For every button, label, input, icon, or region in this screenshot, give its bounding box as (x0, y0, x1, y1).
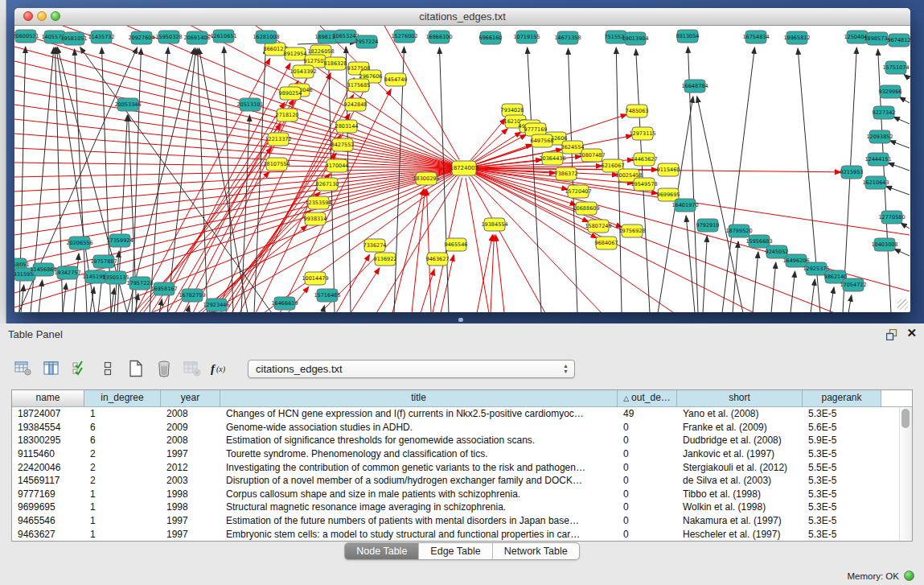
graph-node-label: 20513101 (236, 101, 263, 108)
column-header-title[interactable]: title (220, 390, 618, 406)
citation-edge-black[interactable] (224, 47, 233, 312)
scrollbar-thumb[interactable] (901, 409, 910, 428)
table-scrollbar[interactable] (899, 407, 912, 540)
citation-edge-black[interactable] (894, 249, 910, 256)
graph-node-label: 8813054 (676, 33, 700, 39)
citation-edge-black[interactable] (90, 287, 94, 312)
citation-edge-red[interactable] (477, 235, 492, 312)
citation-edge-red[interactable] (471, 129, 507, 162)
citation-edge-black[interactable] (132, 48, 142, 312)
graph-node-label: 9115460 (657, 167, 680, 173)
delete-table-button-disabled[interactable] (182, 358, 203, 379)
citation-edge-black[interactable] (889, 141, 910, 148)
delete-rows-button[interactable] (154, 358, 175, 379)
citation-edge-black[interactable] (63, 283, 66, 312)
citation-edge-red[interactable] (320, 175, 458, 312)
citation-edge-red[interactable] (14, 148, 454, 167)
table-cell: Disruption of a novel member of a sodium… (220, 475, 618, 486)
table-row[interactable]: 1830029562008Estimation of significance … (12, 434, 899, 447)
citation-edge-red[interactable] (469, 176, 545, 312)
show-columns-button[interactable] (41, 358, 62, 379)
table-row[interactable]: 969969511998Structural magnetic resonanc… (12, 501, 899, 514)
table-cell: 1997 (161, 448, 220, 459)
resize-grip-icon[interactable] (897, 299, 908, 310)
splitter-handle[interactable] (458, 318, 463, 322)
citation-edge-black[interactable] (899, 97, 910, 103)
table-settings-button[interactable] (13, 358, 34, 379)
tab-node-table[interactable]: Node Table (345, 543, 419, 559)
citation-edge-black[interactable] (254, 47, 265, 312)
citation-edge-red[interactable] (336, 254, 370, 312)
citation-edge-black[interactable] (686, 216, 695, 312)
citation-network-graph[interactable]: 1872400786601238912954182260589127507105… (14, 26, 910, 312)
function-builder-button[interactable]: f (x) (210, 358, 231, 379)
citation-edge-black[interactable] (703, 236, 707, 312)
graph-node-label: 12770580 (878, 214, 905, 220)
select-columns-button[interactable] (69, 358, 90, 379)
table-row[interactable]: 1938455462009Genome-wide association stu… (12, 421, 899, 435)
window-titlebar[interactable]: citations_edges.txt (14, 8, 910, 26)
column-header-pagerank[interactable]: pagerank (803, 390, 881, 406)
close-panel-icon[interactable]: ✕ (906, 327, 917, 340)
citation-edge-black[interactable] (127, 48, 195, 312)
table-row[interactable]: 1456911722003Disruption of a novel membe… (12, 474, 899, 488)
row-height-button[interactable] (97, 358, 118, 379)
table-row[interactable]: 911546021997Tourette syndrome. Phenomeno… (12, 447, 899, 461)
graph-node-label: 9463627 (426, 256, 450, 262)
citation-edge-red[interactable] (491, 235, 494, 312)
citation-edge-black[interactable] (893, 117, 910, 124)
citation-edge-red[interactable] (421, 269, 434, 312)
citation-edge-black[interactable] (791, 271, 795, 312)
citation-edge-black[interactable] (74, 253, 79, 312)
table-row[interactable]: 2242004622012Investigating the contribut… (12, 460, 899, 474)
citation-edge-red[interactable] (14, 163, 454, 168)
citation-edge-black[interactable] (830, 287, 834, 312)
citation-edge-black[interactable] (21, 285, 24, 312)
create-table-button[interactable] (125, 358, 146, 379)
citation-edge-red[interactable] (14, 32, 455, 166)
tab-network-table[interactable]: Network Table (493, 543, 579, 559)
graph-node-label: 7336274 (363, 242, 387, 249)
citation-edge-black[interactable] (187, 306, 190, 312)
graph-node-label: 9329966 (879, 89, 902, 95)
tab-edge-table[interactable]: Edge Table (419, 543, 492, 559)
citation-edge-black[interactable] (904, 74, 910, 79)
citation-edge-black[interactable] (888, 163, 910, 171)
citation-edge-red[interactable] (392, 189, 424, 312)
table-row[interactable]: 946554611997Estimation of the future num… (12, 514, 899, 528)
citation-edge-black[interactable] (753, 252, 758, 312)
citation-edge-black[interactable] (722, 47, 754, 312)
citation-edge-black[interactable] (811, 279, 815, 312)
table-row[interactable]: 977716911998Corpus callosum shape and si… (12, 488, 899, 501)
citation-edge-black[interactable] (848, 295, 852, 312)
citation-edge-red[interactable] (470, 118, 506, 161)
citation-edge-black[interactable] (39, 280, 43, 312)
memory-status-indicator[interactable] (904, 571, 914, 581)
citation-edge-black[interactable] (901, 223, 910, 229)
table-selector-dropdown[interactable]: citations_edges.txt ▲▼ (248, 360, 575, 378)
citation-edge-red[interactable] (466, 178, 489, 312)
citation-edge-black[interactable] (150, 47, 168, 312)
float-panel-icon[interactable] (886, 329, 898, 340)
citation-edge-red[interactable] (351, 268, 380, 312)
citation-edge-red[interactable] (167, 99, 294, 312)
table-row[interactable]: 1872400712008Changes of HCN gene express… (12, 407, 899, 421)
column-header-outde[interactable]: △out_de… (618, 390, 677, 406)
citation-edge-black[interactable] (885, 186, 910, 195)
column-header-year[interactable]: year (161, 390, 220, 406)
citation-edge-black[interactable] (771, 262, 776, 312)
column-header-name[interactable]: name (12, 390, 84, 406)
citation-edge-red[interactable] (14, 76, 454, 167)
citation-edge-red[interactable] (210, 174, 331, 312)
citation-edge-black[interactable] (111, 288, 114, 312)
column-header-indegree[interactable]: in_degree (84, 390, 161, 406)
citation-edge-red[interactable] (426, 189, 431, 312)
citation-edge-red[interactable] (495, 235, 504, 312)
citation-edge-red[interactable] (14, 47, 454, 166)
citation-edge-black[interactable] (733, 241, 738, 312)
network-canvas[interactable]: 1872400786601238912954182260589127507105… (14, 26, 910, 312)
table-row[interactable]: 946362711997Embryonic stem cells: a mode… (12, 527, 899, 541)
column-header-short[interactable]: short (677, 390, 803, 406)
table-cell: 18724007 (12, 408, 84, 419)
citation-edge-red[interactable] (95, 171, 455, 312)
